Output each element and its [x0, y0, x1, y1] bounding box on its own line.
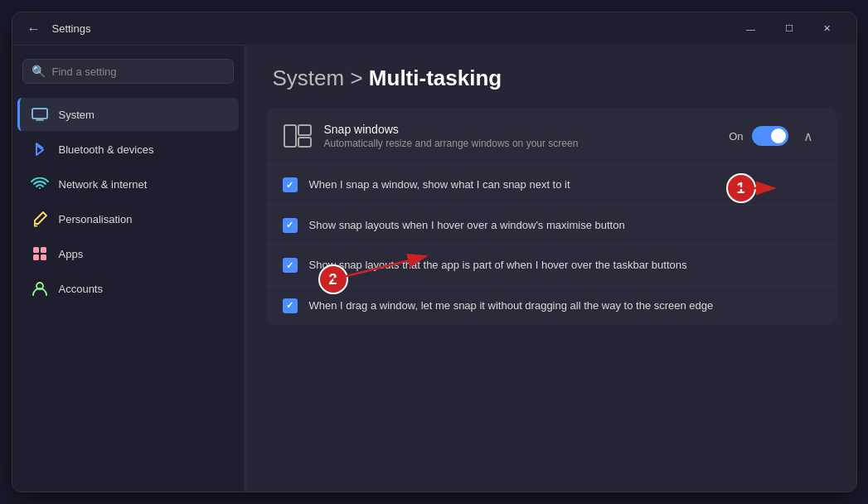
svg-rect-3 — [33, 247, 39, 253]
svg-rect-4 — [41, 247, 46, 253]
maximize-button[interactable]: ☐ — [770, 16, 808, 42]
svg-rect-0 — [32, 109, 47, 119]
svg-rect-9 — [298, 125, 311, 135]
snap-option-2-label: Show snap layouts when I hover over a wi… — [309, 217, 625, 234]
close-button[interactable]: ✕ — [808, 16, 846, 42]
sidebar-item-apps[interactable]: Apps — [17, 237, 239, 270]
sidebar-item-network[interactable]: Network & internet — [17, 167, 239, 201]
snap-status-label: On — [729, 130, 743, 143]
sidebar-item-personalisation-label: Personalisation — [59, 213, 133, 225]
back-button[interactable]: ← — [22, 17, 46, 41]
snap-expand-button[interactable]: ∧ — [797, 124, 820, 148]
snap-option-3-label: Show snap layouts that the app is part o… — [309, 257, 687, 274]
snap-option-3: Show snap layouts that the app is part o… — [266, 245, 836, 286]
svg-rect-5 — [33, 254, 39, 260]
wifi-icon — [31, 175, 49, 193]
snap-option-1-label: When I snap a window, show what I can sn… — [309, 177, 570, 193]
minimize-button[interactable]: — — [732, 16, 770, 42]
svg-rect-8 — [284, 125, 296, 147]
sidebar-item-bluetooth-label: Bluetooth & devices — [59, 143, 154, 156]
sidebar-item-accounts[interactable]: Accounts — [17, 272, 239, 305]
annotation-1: 1 — [726, 173, 756, 203]
svg-rect-6 — [41, 254, 46, 260]
sidebar-item-accounts-label: Accounts — [59, 283, 103, 295]
breadcrumb-parent: System — [273, 65, 345, 90]
chevron-up-icon: ∧ — [803, 128, 813, 144]
sidebar: 🔍 System — [12, 46, 245, 492]
monitor-icon — [31, 105, 49, 124]
search-icon: 🔍 — [32, 65, 46, 78]
snap-description: Automatically resize and arrange windows… — [324, 138, 718, 149]
snap-title-area: Snap windows Automatically resize and ar… — [324, 123, 718, 149]
snap-option-4-label: When I drag a window, let me snap it wit… — [309, 298, 714, 314]
snap-toggle[interactable] — [752, 126, 788, 146]
snap-option-2-checkbox[interactable] — [283, 218, 298, 233]
page-header: System > Multi-tasking — [246, 46, 856, 108]
snap-option-1-checkbox[interactable] — [283, 177, 298, 192]
back-icon: ← — [27, 22, 41, 36]
snap-option-4: When I drag a window, let me snap it wit… — [266, 286, 836, 326]
snap-option-3-checkbox[interactable] — [283, 258, 298, 273]
sidebar-item-bluetooth[interactable]: Bluetooth & devices — [17, 133, 239, 166]
snap-toggle-area: On ∧ — [729, 124, 819, 148]
breadcrumb-separator: > — [350, 65, 368, 90]
window-title: Settings — [52, 22, 732, 35]
apps-icon — [31, 245, 49, 263]
snap-header: Snap windows Automatically resize and ar… — [266, 108, 836, 165]
sidebar-item-system[interactable]: System — [17, 98, 239, 131]
sidebar-item-system-label: System — [59, 109, 95, 121]
annotation-2: 2 — [318, 264, 348, 294]
snap-option-4-checkbox[interactable] — [283, 298, 298, 313]
search-input[interactable] — [52, 65, 225, 78]
bluetooth-icon — [31, 140, 49, 158]
person-icon — [31, 279, 49, 298]
sidebar-item-personalisation[interactable]: Personalisation — [17, 202, 239, 235]
page-title-main: Multi-tasking — [369, 65, 502, 90]
page-title: System > Multi-tasking — [273, 65, 830, 91]
sidebar-item-network-label: Network & internet — [59, 178, 148, 191]
brush-icon — [31, 210, 49, 228]
svg-rect-10 — [298, 138, 311, 147]
snap-option-2: Show snap layouts when I hover over a wi… — [266, 206, 836, 246]
search-box[interactable]: 🔍 — [22, 59, 234, 84]
snap-title: Snap windows — [324, 123, 718, 136]
sidebar-item-apps-label: Apps — [59, 248, 84, 260]
snap-windows-icon — [283, 121, 313, 151]
snap-windows-panel: Snap windows Automatically resize and ar… — [266, 108, 836, 325]
window-controls: — ☐ ✕ — [732, 16, 846, 42]
